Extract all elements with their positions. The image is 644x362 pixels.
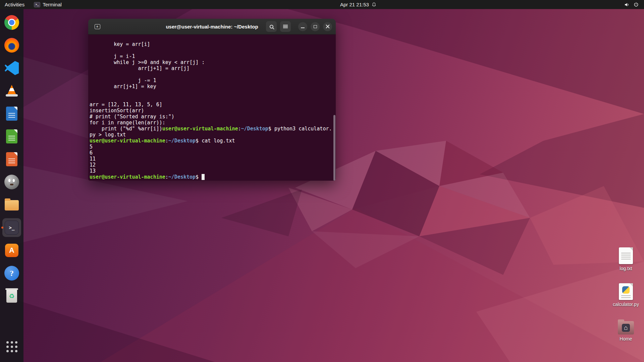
search-icon [270,25,273,28]
dock-item-terminal[interactable]: >_ [2,218,21,237]
terminal-line: while j >=0 and key < arr[j] : [90,59,334,65]
dock-item-help[interactable]: ? [2,264,21,283]
minimize-button[interactable] [298,22,307,31]
terminal-text-segment: : [238,126,241,132]
terminal-text-segment: j = i-1 [90,53,135,59]
terminal-window: user@user-virtual-machine: ~/Desktop key… [88,19,336,181]
close-icon [326,24,330,28]
terminal-line [90,47,334,53]
dock-item-libreoffice-writer[interactable] [2,104,21,123]
terminal-text-segment: arr = [12, 11, 13, 5, 6] [90,102,162,108]
dock: >_A?♻ [0,9,23,362]
close-button[interactable] [323,22,332,31]
terminal-line: key = arr[i] [90,41,334,47]
clock-menu[interactable]: Apr 21 21:53 [335,0,381,9]
dock-item-chrome[interactable] [2,13,21,32]
terminal-text-segment: for i in range(len(arr)): [90,120,165,126]
terminal-line: 11 [90,156,334,162]
desktop-icon-log-txt[interactable]: log.txt [610,247,641,271]
terminal-body[interactable]: key = arr[i] j = i-1 while j >=0 and key… [88,35,336,181]
gimp-icon [4,175,19,189]
terminal-app-icon: >_ [34,2,40,7]
files-icon [4,197,19,212]
desktop-icon-label: Home [610,336,641,342]
trash-icon: ♻ [4,289,19,303]
terminal-text-segment: : [165,174,168,180]
minimize-icon [301,27,305,28]
terminal-text-segment: 13 [90,168,96,174]
desktop-icon-calculator-py[interactable]: calculator.py [610,283,641,307]
terminal-text-segment: 6 [90,150,93,156]
desktop-icon-home[interactable]: ⌂Home [610,319,641,342]
terminal-line: user@user-virtual-machine:~/Desktop$ [90,174,334,180]
dock-item-files[interactable] [2,195,21,214]
dock-item-gimp[interactable] [2,173,21,191]
focused-app-name: Terminal [43,2,62,7]
terminal-line [90,96,334,102]
terminal-text-segment: $ python3 calculator. [268,126,332,132]
desktop-icon-label: calculator.py [610,302,641,307]
libreoffice-writer-icon [4,106,19,121]
terminal-text-segment: 5 [90,144,93,150]
dock-item-libreoffice-calc[interactable] [2,127,21,146]
terminal-line: 5 [90,144,334,150]
running-indicator [1,227,3,229]
vscode-icon [4,61,19,75]
maximize-button[interactable] [311,22,320,31]
terminal-text-segment: ~/Desktop [241,126,268,132]
terminal-text-segment: 12 [90,162,96,168]
terminal-text-segment: user@user-virtual-machine [90,138,165,144]
terminal-line [90,71,334,77]
speaker-icon [624,2,630,7]
terminal-line: 12 [90,162,334,168]
terminal-icon: >_ [4,220,19,235]
terminal-text-segment: j -= 1 [90,77,156,83]
terminal-line [90,89,334,96]
terminal-line: py > log.txt [90,132,334,138]
terminal-text-segment: 11 [90,156,96,162]
dock-item-vlc[interactable] [2,81,21,100]
terminal-line: arr = [12, 11, 13, 5, 6] [90,102,334,108]
desktop-icon-label: log.txt [610,266,641,271]
dock-item-app-grid[interactable] [2,337,21,356]
menu-button[interactable] [280,21,291,32]
terminal-text-segment: ~/Desktop [168,174,196,180]
new-tab-button[interactable] [92,21,103,32]
system-status-menu[interactable] [621,0,642,9]
terminal-text-segment: ~/Desktop [168,138,196,144]
terminal-output: key = arr[i] j = i-1 while j >=0 and key… [90,41,334,180]
maximize-icon [314,25,317,28]
terminal-line: for i in range(len(arr)): [90,120,334,126]
terminal-text-segment: while j >=0 and key < arr[j] : [90,59,205,65]
focused-app-menu[interactable]: >_ Terminal [29,0,66,9]
titlebar-controls [266,21,332,32]
terminal-titlebar[interactable]: user@user-virtual-machine: ~/Desktop [88,19,336,35]
terminal-text-segment: $ cat log.txt [196,138,235,144]
dock-item-vscode[interactable] [2,59,21,77]
text-file-icon [619,247,633,264]
search-button[interactable] [266,21,277,32]
dock-item-firefox[interactable] [2,36,21,55]
vlc-icon [4,83,19,98]
chrome-icon [4,15,19,30]
terminal-text-segment: insertionSort(arr) [90,108,144,114]
dock-item-libreoffice-impress[interactable] [2,150,21,169]
terminal-line: arr[j+1] = arr[j] [90,65,334,71]
dock-item-ubuntu-software[interactable]: A [2,241,21,260]
dock-item-trash[interactable]: ♻ [2,287,21,305]
terminal-scrollbar[interactable] [333,115,335,181]
new-tab-icon [95,24,100,29]
desktop-icons: log.txtcalculator.py⌂Home [610,247,641,342]
notification-bell-icon [372,2,376,7]
firefox-icon [4,38,19,53]
terminal-line: j = i-1 [90,53,334,59]
terminal-line: 6 [90,150,334,156]
activities-button[interactable]: Activities [0,0,29,9]
help-icon: ? [4,266,19,281]
terminal-line: # print ("Sorted array is:") [90,114,334,120]
terminal-text-segment: user@user-virtual-machine [90,174,165,180]
app-grid-icon [6,341,17,352]
power-icon [634,2,639,7]
terminal-text-segment: $ [196,174,202,180]
terminal-line: 13 [90,168,334,174]
